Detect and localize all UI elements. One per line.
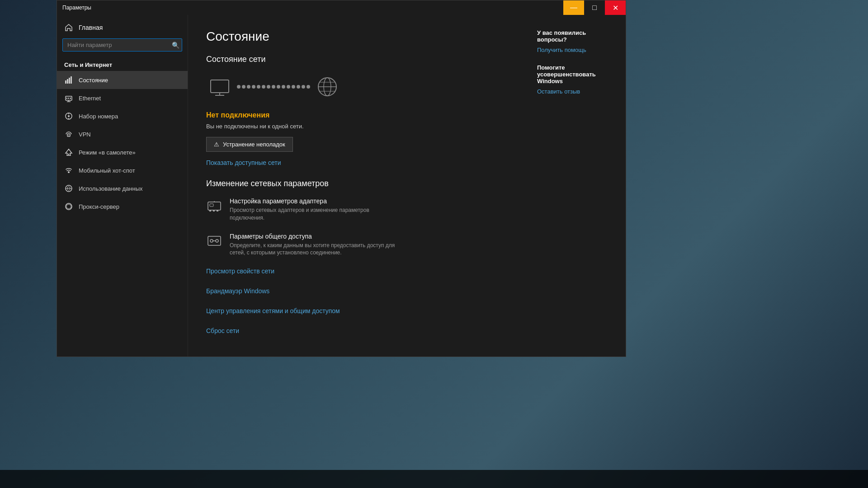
adapter-icon [206,197,222,214]
no-connection-desc: Вы не подключены ни к одной сети. [206,123,508,130]
ethernet-icon [64,94,73,103]
troubleshoot-label: Устранение неполадок [223,141,285,148]
network-diagram [206,73,508,100]
home-icon [64,23,73,32]
svg-rect-1 [67,79,68,84]
svg-rect-31 [209,210,211,211]
proxy-label: Прокси-сервер [79,203,119,210]
firewall-link[interactable]: Брандмауэр Windows [206,287,508,295]
sharing-settings-desc: Определите, к каким данным вы хотите пре… [230,242,401,257]
close-button[interactable]: ✕ [605,0,626,15]
title-bar: Параметры — □ ✕ [57,0,626,15]
window-title: Параметры [62,5,91,11]
improve-title: Помогите усовершенствовать Windows [537,64,615,84]
home-label: Главная [79,24,103,31]
svg-point-35 [210,239,213,242]
sidebar-item-airplane[interactable]: Режим «в самолете» [57,143,188,161]
status-icon [64,75,73,84]
svg-rect-29 [210,204,213,206]
sidebar-item-data[interactable]: Использование данных [57,179,188,197]
adapter-settings-desc: Просмотр сетевых адаптеров и изменение п… [230,206,401,222]
sidebar-section-title: Сеть и Интернет [57,57,188,71]
sidebar-item-hotspot[interactable]: Мобильный хот-спот [57,161,188,179]
window-controls: — □ ✕ [563,0,626,15]
adapter-settings-title[interactable]: Настройка параметров адаптера [230,197,401,205]
svg-rect-33 [217,210,218,211]
svg-rect-0 [65,80,66,84]
sidebar-item-dial[interactable]: Набор номера [57,107,188,125]
ethernet-label: Ethernet [79,95,101,102]
proxy-icon [64,202,73,211]
svg-rect-2 [69,78,70,84]
sharing-icon [206,233,222,249]
sidebar-item-status[interactable]: Состояние [57,71,188,89]
hotspot-icon [64,166,73,175]
sidebar-item-vpn[interactable]: VPN [57,125,188,143]
svg-rect-7 [66,98,67,99]
sidebar: Главная 🔍 Сеть и Интернет [57,15,188,357]
sharing-settings-title[interactable]: Параметры общего доступа [230,233,401,240]
sidebar-search-container: 🔍 [62,38,182,52]
globe-icon [314,73,341,100]
data-label: Использование данных [79,185,143,192]
dial-icon [64,112,73,121]
svg-point-16 [68,171,70,173]
show-networks-link[interactable]: Показать доступные сети [206,159,508,166]
svg-rect-20 [211,80,229,93]
svg-rect-8 [68,98,69,99]
main-content: Состояние Состояние сети [188,15,526,357]
page-title: Состояние [206,29,508,44]
no-connection-label: Нет подключения [206,111,508,119]
help-title: У вас появились вопросы? [537,29,615,43]
sidebar-item-proxy[interactable]: Прокси-сервер [57,197,188,216]
minimize-button[interactable]: — [563,0,584,15]
adapter-settings-item: Настройка параметров адаптера Просмотр с… [206,197,508,222]
search-input[interactable] [62,38,182,52]
sidebar-item-home[interactable]: Главная [57,19,188,37]
sharing-settings-item: Параметры общего доступа Определите, к к… [206,233,508,257]
view-properties-link[interactable]: Просмотр свойств сети [206,267,508,275]
svg-rect-9 [70,98,71,99]
sidebar-item-ethernet[interactable]: Ethernet [57,89,188,107]
svg-rect-3 [71,76,72,84]
svg-point-11 [68,115,70,117]
help-link[interactable]: Получить помощь [537,47,615,53]
feedback-link[interactable]: Оставить отзыв [537,88,615,95]
svg-point-36 [216,239,218,242]
reset-network-link[interactable]: Сброс сети [206,327,508,334]
network-status-title: Состояние сети [206,55,508,64]
maximize-button[interactable]: □ [584,0,605,15]
dial-label: Набор номера [79,113,118,120]
airplane-icon [64,148,73,157]
window-body: Главная 🔍 Сеть и Интернет [57,15,626,357]
network-center-link[interactable]: Центр управления сетями и общим доступом [206,307,508,314]
airplane-label: Режим «в самолете» [79,149,136,156]
vpn-label: VPN [79,131,91,138]
settings-window: Параметры — □ ✕ Главная 🔍 [57,0,626,357]
vpn-icon [64,130,73,139]
hotspot-label: Мобильный хот-спот [79,167,135,174]
data-icon [64,184,73,193]
status-label: Состояние [79,77,108,84]
computer-icon [206,73,233,100]
warning-icon: ⚠ [214,141,219,148]
search-icon-button[interactable]: 🔍 [172,42,179,49]
svg-point-15 [68,135,69,136]
troubleshoot-button[interactable]: ⚠ Устранение неполадок [206,137,293,152]
change-settings-title: Изменение сетевых параметров [206,179,508,188]
connection-line [237,85,310,89]
right-panel: У вас появились вопросы? Получить помощь… [526,15,626,357]
svg-rect-32 [213,210,215,211]
